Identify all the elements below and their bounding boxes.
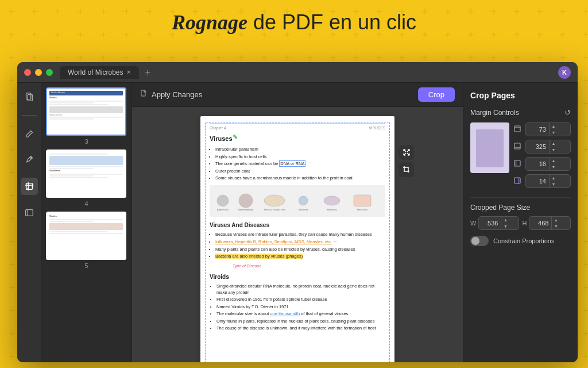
svg-text:Tobacco mosaic virus: Tobacco mosaic virus: [264, 208, 285, 211]
svg-point-12: [217, 195, 229, 206]
size-row: W 536 ▲ ▼ H 468 ▲ ▼: [470, 216, 571, 230]
crop-tool-icon[interactable]: [21, 178, 38, 195]
constrain-toggle[interactable]: [470, 236, 489, 246]
viroids-title: Viroids: [210, 273, 385, 281]
thumbnail-page-5[interactable]: Viruses 5: [46, 212, 127, 269]
pdf-bullets-section1: Intracellular parasitism Highly specific…: [215, 147, 385, 182]
left-margin-input-group: 16 ▲ ▼: [525, 157, 571, 171]
minimize-button[interactable]: [35, 69, 42, 76]
pdf-view: Chapter 4 VIRUSES Viruses🦠 Intracellular…: [132, 107, 463, 362]
margin-preview: [470, 122, 509, 173]
tab-title: World of Microbes: [68, 68, 123, 76]
right-margin-stepper: ▲ ▼: [549, 175, 558, 187]
svg-text:Influenza: Influenza: [299, 208, 308, 211]
left-margin-input[interactable]: 16: [526, 159, 549, 169]
tab-area: World of Microbes ✕ +: [60, 66, 558, 79]
pages-icon[interactable]: [21, 89, 38, 106]
type-of-disease-annotation: Type of Disease: [233, 263, 385, 269]
expand-button[interactable]: [399, 145, 414, 160]
divider-1: [470, 197, 571, 198]
right-margin-up[interactable]: ▲: [550, 175, 558, 181]
annotation-icon[interactable]: [21, 151, 38, 168]
right-panel: Crop Pages Margin Controls ↺: [463, 83, 578, 362]
thumbnail-page-4[interactable]: Vocabularies 4: [46, 150, 127, 207]
top-margin-down[interactable]: ▼: [550, 129, 558, 136]
height-down[interactable]: ▼: [552, 223, 560, 229]
crop-button[interactable]: Crop: [418, 87, 455, 102]
margin-controls-area: 73 ▲ ▼: [470, 122, 571, 188]
thumb-img-4: Vocabularies: [46, 150, 126, 198]
svg-rect-22: [354, 195, 371, 206]
hero-title-normal: de PDF en un clic: [247, 10, 416, 34]
thumb-num-5: 5: [46, 262, 127, 269]
height-field: H 468 ▲ ▼: [523, 216, 571, 230]
sidebar-icon[interactable]: [21, 204, 38, 221]
height-input-group: 468 ▲ ▼: [529, 216, 571, 230]
diseases-bullet-2: Influenza, Hepatitis B, Rabies, Smallpox…: [215, 239, 385, 246]
main-content: Apply Changes Crop Chapter 4 VIRUSES Vir…: [132, 83, 463, 362]
viroid-bullet-2: First discovered in 1961 from potato spi…: [216, 297, 385, 303]
bullet-5: Some viruses have a membranous mantle in…: [215, 175, 385, 182]
viroid-bullet-1: Single-stranded circular RNA molecule, n…: [216, 283, 385, 296]
bottom-margin-input-group: 325 ▲ ▼: [525, 140, 571, 154]
viroid-bullet-6: The cause of the disease is unknown, and…: [216, 325, 385, 332]
svg-rect-3: [26, 93, 30, 99]
top-margin-input[interactable]: 73: [526, 124, 549, 135]
margin-controls-header: Margin Controls ↺: [470, 108, 571, 117]
maximize-button[interactable]: [46, 69, 53, 76]
right-margin-input[interactable]: 14: [526, 176, 549, 186]
viroid-bullet-5: Only found in plants, replicated in the …: [216, 319, 385, 325]
svg-rect-30: [514, 178, 520, 183]
margin-preview-inner: [476, 129, 504, 167]
svg-text:Bacteriophage: Bacteriophage: [238, 208, 254, 211]
tab-close-icon[interactable]: ✕: [126, 69, 131, 75]
width-field: W 536 ▲ ▼: [470, 216, 519, 230]
pdf-header: Chapter 4 VIRUSES: [210, 123, 385, 131]
left-margin-stepper: ▲ ▼: [549, 158, 558, 170]
left-margin-down[interactable]: ▼: [550, 164, 558, 170]
constrain-label: Constrain Proportions: [493, 237, 554, 244]
toggle-knob: [471, 237, 479, 245]
thousandth-highlight: one thousandth: [270, 311, 300, 316]
width-up[interactable]: ▲: [501, 217, 509, 223]
apply-changes-label[interactable]: Apply Changes: [152, 90, 202, 99]
title-bar: World of Microbes ✕ + K: [17, 62, 578, 83]
app-body: World of Microbes Viruses Figure Concept…: [17, 83, 578, 362]
thumbnail-page-3[interactable]: World of Microbes Viruses Figure Concept…: [46, 87, 127, 145]
height-up[interactable]: ▲: [552, 217, 560, 223]
pdf-chapter: Chapter 4: [210, 125, 226, 131]
bottom-margin-input[interactable]: 325: [526, 141, 549, 152]
width-input[interactable]: 536: [479, 218, 501, 228]
top-margin-icon: [514, 125, 523, 133]
top-margin-up[interactable]: ▲: [550, 123, 558, 129]
svg-rect-28: [514, 160, 520, 166]
svg-rect-24: [514, 126, 520, 132]
right-margin-icon: [514, 177, 523, 185]
hero-title: Rognage de PDF en un clic: [0, 10, 588, 34]
height-input[interactable]: 468: [529, 218, 551, 228]
width-down[interactable]: ▼: [501, 223, 509, 229]
disease-list-text: Influenza, Hepatitis B, Rabies, Smallpox…: [215, 239, 332, 244]
bottom-margin-up[interactable]: ▲: [550, 140, 558, 147]
close-button[interactable]: [24, 69, 31, 76]
bullet-2: Highly specific to host cells: [215, 154, 385, 160]
left-toolbar: [17, 83, 41, 362]
hero-title-italic: Rognage: [172, 11, 247, 34]
reset-icon[interactable]: ↺: [564, 108, 571, 117]
edit-icon[interactable]: [21, 125, 38, 142]
pdf-page: Chapter 4 VIRUSES Viruses🦠 Intracellular…: [200, 116, 394, 362]
bottom-margin-down[interactable]: ▼: [550, 147, 558, 153]
app-window: World of Microbes ✕ + K: [17, 62, 578, 362]
diseases-bullet-3: Many plants and plants can also be infec…: [215, 247, 385, 253]
crop-overlay-button[interactable]: [399, 162, 414, 177]
margin-controls-label: Margin Controls: [470, 109, 519, 117]
right-margin-row: 14 ▲ ▼: [514, 174, 571, 188]
thumb-img-3: World of Microbes Viruses Figure Concept…: [46, 87, 126, 136]
right-margin-down[interactable]: ▼: [550, 181, 558, 187]
pdf-title: Viruses🦠: [210, 134, 385, 143]
left-margin-up[interactable]: ▲: [550, 158, 558, 164]
active-tab[interactable]: World of Microbes ✕: [60, 66, 139, 79]
new-tab-button[interactable]: +: [141, 66, 153, 79]
apply-btn-area: Apply Changes: [140, 90, 413, 99]
svg-point-18: [299, 196, 308, 205]
